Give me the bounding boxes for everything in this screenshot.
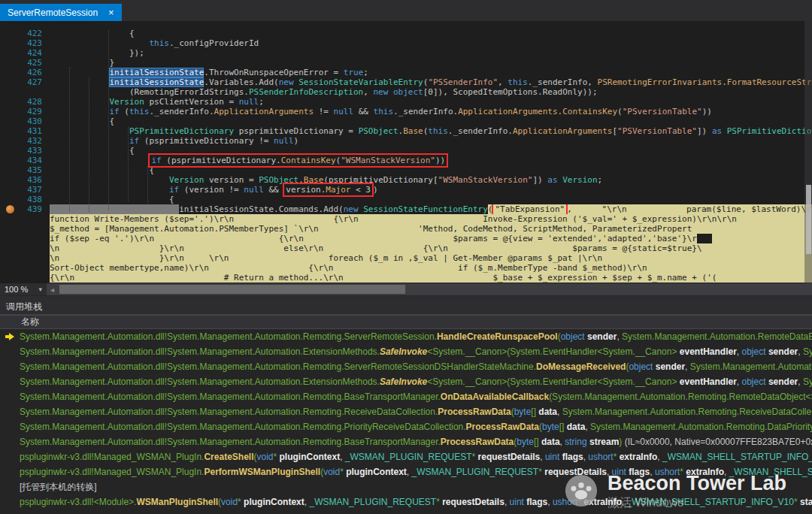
breakpoint-gutter[interactable] [0, 126, 20, 136]
breakpoint-gutter[interactable] [0, 263, 20, 273]
breakpoint-gutter[interactable] [0, 58, 20, 68]
scrollbar-thumb[interactable] [59, 285, 405, 294]
code-line-text: }); [50, 48, 812, 58]
callstack-row[interactable]: pspluginwkr-v3.dll!Managed_WSMAN_PlugIn.… [0, 464, 812, 479]
callstack-rows: System.Management.Automation.dll!System.… [0, 329, 812, 514]
callstack-row[interactable]: pspluginwkr-v3.dll!<Module>.WSManPluginS… [0, 494, 812, 509]
code-line[interactable]: 439 initialSessionState.Commands.Add(new… [0, 204, 812, 214]
breakpoint-gutter[interactable] [0, 107, 20, 116]
highlighted-script-text: ("TabExpansion", "\r\n param($line, $las… [488, 204, 812, 214]
line-number [20, 87, 42, 97]
code-line[interactable]: {\r\n # Return a method...\r\n $_base + … [0, 273, 812, 283]
breakpoint-gutter[interactable] [0, 68, 20, 77]
breakpoint-gutter[interactable] [0, 273, 20, 283]
breakpoint-gutter[interactable] [0, 48, 20, 58]
breakpoint-gutter[interactable] [0, 156, 20, 165]
scrollbar-thumb[interactable] [806, 185, 811, 254]
current-frame-arrow-icon [5, 333, 14, 340]
code-line[interactable]: 436 Version version = PSObject.Base(pspr… [0, 175, 812, 185]
callstack-row[interactable]: pspluginwkr-v3.dll!Managed_WSMAN_PlugIn.… [0, 449, 812, 464]
code-line[interactable]: 424 }); [0, 48, 812, 58]
callstack-row[interactable]: System.Management.Automation.dll!System.… [0, 404, 812, 419]
code-line-text: if (psprimitiveDictionary.ContainsKey("W… [50, 156, 812, 165]
breakpoint-gutter[interactable] [0, 204, 20, 214]
breakpoint-gutter[interactable] [0, 136, 20, 146]
line-number: 439 [20, 204, 42, 214]
breakpoint-gutter[interactable] [0, 146, 20, 156]
breakpoint-gutter[interactable] [0, 234, 20, 243]
code-line[interactable]: 431 PSPrimitiveDictionary psprimitiveDic… [0, 126, 812, 136]
code-line[interactable]: if ($sep -eq '.')\r\n {\r\n $params = @{… [0, 234, 812, 243]
code-line[interactable]: 432 if (psprimitiveDictionary != null) [0, 136, 812, 146]
breakpoint-gutter[interactable] [0, 87, 20, 97]
line-number: 436 [20, 175, 42, 185]
breakpoint-gutter[interactable] [0, 185, 20, 195]
code-line[interactable]: 425 } [0, 58, 812, 68]
breakpoint-gutter[interactable] [0, 97, 20, 107]
code-line[interactable]: 430 { [0, 116, 812, 126]
callstack-row[interactable]: [托管到本机的转换] [0, 479, 812, 494]
breakpoint-gutter[interactable] [0, 77, 20, 87]
line-number: 427 [20, 77, 42, 87]
code-line[interactable]: \n }\r\n else\r\n {\r\n $params = @{stat… [0, 243, 812, 253]
breakpoint-gutter[interactable] [0, 243, 20, 253]
callstack-row[interactable]: System.Management.Automation.dll!System.… [0, 419, 812, 434]
line-number [20, 243, 42, 253]
code-line[interactable]: 438 { [0, 195, 812, 204]
breakpoint-gutter[interactable] [0, 165, 20, 175]
code-line-text: initialSessionState.Variables.Add(new Se… [50, 77, 812, 87]
code-line[interactable]: function Write-Members ($sep='.')\r\n {\… [0, 214, 812, 224]
line-number: 433 [20, 146, 42, 156]
code-line-text: (RemotingErrorIdStrings.PSSenderInfoDesc… [50, 87, 812, 97]
tab-title: ServerRemoteSession [8, 8, 98, 18]
close-icon[interactable]: × [108, 8, 114, 17]
code-line[interactable]: 428 Version psClientVersion = null; [0, 97, 812, 107]
callstack-name-column-header[interactable]: 名称 [0, 315, 812, 329]
line-number: 431 [20, 126, 42, 136]
line-number: 423 [20, 38, 42, 48]
annotation-box: "TabExpansion" [492, 204, 568, 214]
breakpoint-gutter[interactable] [0, 38, 20, 48]
callstack-row[interactable]: System.Management.Automation.dll!System.… [0, 374, 812, 389]
indent-guide [147, 166, 148, 204]
breakpoint-icon[interactable] [6, 205, 14, 213]
breakpoint-gutter[interactable] [0, 253, 20, 263]
breakpoint-gutter[interactable] [0, 29, 20, 38]
callstack-row[interactable]: System.Management.Automation.dll!System.… [0, 329, 812, 344]
breakpoint-gutter[interactable] [0, 175, 20, 185]
line-number [20, 214, 42, 224]
code-line[interactable]: 422 { [0, 29, 812, 38]
code-line[interactable]: 434 if (psprimitiveDictionary.ContainsKe… [0, 156, 812, 165]
code-line-text: \n }\r\n else\r\n {\r\n $params = @{stat… [50, 243, 812, 253]
code-editor[interactable]: 422 {423 this._configProviderId424 });42… [0, 21, 812, 283]
callstack-row[interactable]: System.Management.Automation.dll!System.… [0, 389, 812, 404]
callstack-row[interactable]: System.Management.Automation.dll!System.… [0, 434, 812, 449]
breakpoint-gutter[interactable] [0, 224, 20, 234]
callstack-panel: 调用堆栈 名称 System.Management.Automation.dll… [0, 299, 812, 514]
scroll-left-icon[interactable]: ◂ [47, 283, 58, 295]
editor-horizontal-scrollbar[interactable] [58, 283, 812, 295]
code-line[interactable]: 426 initialSessionState.ThrowOnRunspaceO… [0, 68, 812, 77]
code-line-text: { [50, 195, 812, 204]
breakpoint-gutter[interactable] [0, 116, 20, 126]
code-line-text: { [50, 29, 812, 38]
breakpoint-gutter[interactable] [0, 214, 20, 224]
code-line[interactable]: $_method = [Management.Automation.PSMemb… [0, 224, 812, 234]
callstack-row[interactable]: System.Management.Automation.dll!System.… [0, 359, 812, 374]
code-line[interactable]: 423 this._configProviderId [0, 38, 812, 48]
code-line[interactable]: 427 initialSessionState.Variables.Add(ne… [0, 77, 812, 87]
indent-guide [108, 30, 109, 210]
tab-serverremotesession[interactable]: ServerRemoteSession × [0, 4, 122, 21]
code-line[interactable]: Sort-Object membertype,name)\r\n {\r\n i… [0, 263, 812, 273]
editor-vertical-scrollbar[interactable] [804, 21, 812, 283]
code-line[interactable]: 429 if (this._senderInfo.ApplicationArgu… [0, 107, 812, 116]
zoom-control[interactable]: 100 % ▾ [0, 283, 47, 295]
line-number [20, 253, 42, 263]
code-line[interactable]: (RemotingErrorIdStrings.PSSenderInfoDesc… [0, 87, 812, 97]
code-line[interactable]: 437 if (version != null && version.Major… [0, 185, 812, 195]
editor-bottom-bar: 100 % ▾ ◂ [0, 283, 812, 295]
tab-bar: ServerRemoteSession × [0, 0, 812, 21]
callstack-row[interactable]: System.Management.Automation.dll!System.… [0, 344, 812, 359]
code-line[interactable]: \n }\r\n \r\n foreach ($_m in ,$_val | G… [0, 253, 812, 263]
breakpoint-gutter[interactable] [0, 195, 20, 204]
